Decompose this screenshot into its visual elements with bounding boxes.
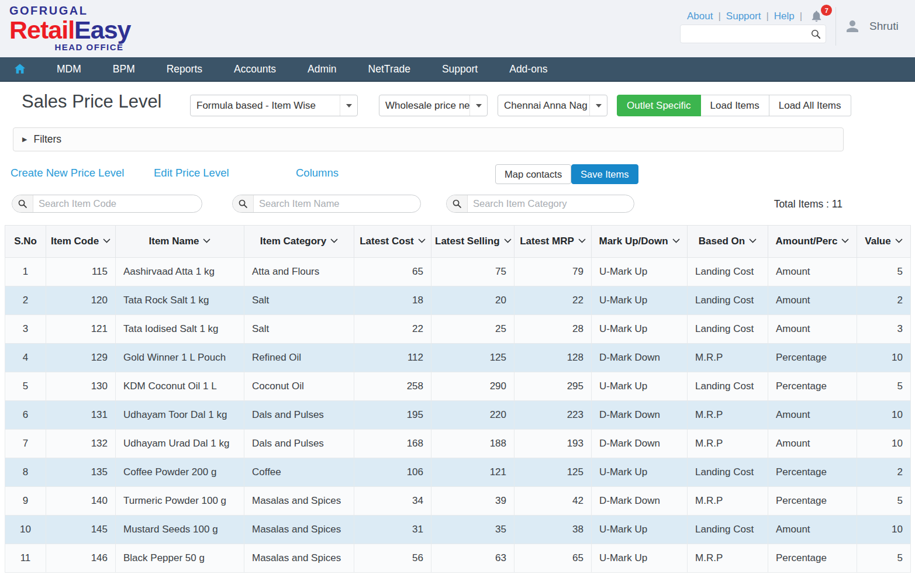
- cell-based-on[interactable]: Landing Cost: [688, 258, 768, 286]
- table-row[interactable]: 2120Tata Rock Salt 1 kgSalt182022U-Mark …: [5, 286, 911, 315]
- columns-link[interactable]: Columns: [296, 167, 339, 179]
- search-item-code-input[interactable]: [33, 195, 202, 212]
- cell-amount-perc[interactable]: Amount: [768, 401, 857, 430]
- table-row[interactable]: 11146Black Pepper 50 gMasalas and Spices…: [5, 544, 911, 573]
- cell-value[interactable]: 10: [857, 344, 911, 372]
- cell-mark-up-down[interactable]: U-Mark Up: [592, 286, 688, 315]
- cell-based-on[interactable]: M.R.P: [688, 544, 768, 573]
- table-row[interactable]: 9140Turmeric Powder 100 gMasalas and Spi…: [5, 487, 911, 516]
- cell-based-on[interactable]: Landing Cost: [688, 372, 768, 401]
- outlet-dropdown[interactable]: Chennai Anna Nag: [498, 95, 607, 116]
- nav-item-nettrade[interactable]: NetTrade: [353, 57, 426, 81]
- cell-based-on[interactable]: Landing Cost: [688, 286, 768, 315]
- cell-item-code: 130: [46, 372, 116, 401]
- column-header-value[interactable]: Value: [857, 226, 911, 258]
- column-header-latest-cost[interactable]: Latest Cost: [354, 226, 431, 258]
- cell-mark-up-down[interactable]: U-Mark Up: [592, 258, 688, 286]
- cell-value[interactable]: 5: [857, 544, 911, 573]
- nav-item-support[interactable]: Support: [426, 57, 493, 81]
- cell-value[interactable]: 10: [857, 516, 911, 544]
- cell-value[interactable]: 2: [857, 286, 911, 315]
- cell-mark-up-down[interactable]: D-Mark Down: [592, 344, 688, 372]
- nav-item-accounts[interactable]: Accounts: [218, 57, 292, 81]
- cell-based-on[interactable]: M.R.P: [688, 401, 768, 430]
- edit-price-level-link[interactable]: Edit Price Level: [154, 167, 229, 179]
- cell-amount-perc[interactable]: Amount: [768, 315, 857, 344]
- cell-mark-up-down[interactable]: U-Mark Up: [592, 315, 688, 344]
- column-header-amount-perc[interactable]: Amount/Perc: [768, 226, 857, 258]
- cell-mark-up-down[interactable]: D-Mark Down: [592, 487, 688, 516]
- price-level-dropdown[interactable]: Wholesale price new: [379, 95, 488, 116]
- cell-value[interactable]: 5: [857, 487, 911, 516]
- cell-mark-up-down[interactable]: U-Mark Up: [592, 458, 688, 487]
- cell-based-on[interactable]: Landing Cost: [688, 315, 768, 344]
- header-search-input[interactable]: [681, 29, 806, 39]
- table-row[interactable]: 4129Gold Winner 1 L PouchRefined Oil1121…: [5, 344, 911, 372]
- nav-item-bpm[interactable]: BPM: [97, 57, 151, 81]
- cell-value[interactable]: 10: [857, 430, 911, 458]
- cell-mark-up-down[interactable]: D-Mark Down: [592, 401, 688, 430]
- column-header-latest-mrp[interactable]: Latest MRP: [515, 226, 592, 258]
- load-all-items-button[interactable]: Load All Items: [769, 95, 851, 116]
- nav-item-admin[interactable]: Admin: [292, 57, 353, 81]
- cell-latest-cost: 31: [354, 516, 431, 544]
- column-header-mark-up-down[interactable]: Mark Up/Down: [592, 226, 688, 258]
- cell-based-on[interactable]: Landing Cost: [688, 458, 768, 487]
- search-item-name-input[interactable]: [254, 195, 420, 212]
- column-header-item-category[interactable]: Item Category: [244, 226, 354, 258]
- cell-amount-perc[interactable]: Percentage: [768, 458, 857, 487]
- table-row[interactable]: 1115Aashirvaad Atta 1 kgAtta and Flours6…: [5, 258, 911, 286]
- table-row[interactable]: 3121Tata Iodised Salt 1 kgSalt222528U-Ma…: [5, 315, 911, 344]
- cell-value[interactable]: 5: [857, 258, 911, 286]
- cell-amount-perc[interactable]: Amount: [768, 286, 857, 315]
- column-header-label: Latest Cost: [360, 236, 414, 247]
- header-link-support[interactable]: Support: [726, 11, 761, 22]
- nav-item-home[interactable]: [0, 57, 41, 81]
- nav-item-mdm[interactable]: MDM: [41, 57, 97, 81]
- header-link-about[interactable]: About: [687, 11, 713, 22]
- column-header-item-code[interactable]: Item Code: [46, 226, 116, 258]
- cell-based-on[interactable]: M.R.P: [688, 487, 768, 516]
- cell-mark-up-down[interactable]: U-Mark Up: [592, 544, 688, 573]
- cell-mark-up-down[interactable]: U-Mark Up: [592, 516, 688, 544]
- toolbar: Sales Price Level Formula based - Item W…: [0, 95, 915, 117]
- cell-mark-up-down[interactable]: D-Mark Down: [592, 430, 688, 458]
- search-item-category-input[interactable]: [468, 195, 634, 212]
- load-items-button[interactable]: Load Items: [701, 95, 769, 116]
- cell-mark-up-down[interactable]: U-Mark Up: [592, 372, 688, 401]
- cell-based-on[interactable]: Landing Cost: [688, 516, 768, 544]
- header-search-button[interactable]: [806, 29, 826, 40]
- price-formula-dropdown[interactable]: Formula based - Item Wise: [190, 95, 358, 116]
- cell-based-on[interactable]: M.R.P: [688, 430, 768, 458]
- cell-amount-perc[interactable]: Percentage: [768, 487, 857, 516]
- cell-amount-perc[interactable]: Percentage: [768, 372, 857, 401]
- cell-amount-perc[interactable]: Amount: [768, 516, 857, 544]
- cell-amount-perc[interactable]: Percentage: [768, 544, 857, 573]
- create-new-price-level-link[interactable]: Create New Price Level: [11, 167, 124, 179]
- header-link-help[interactable]: Help: [774, 11, 795, 22]
- column-header-based-on[interactable]: Based On: [688, 226, 768, 258]
- user-menu[interactable]: Shruti: [844, 18, 899, 35]
- nav-item-add-ons[interactable]: Add-ons: [493, 57, 563, 81]
- save-items-button[interactable]: Save Items: [571, 164, 638, 184]
- cell-amount-perc[interactable]: Amount: [768, 430, 857, 458]
- column-header-latest-selling[interactable]: Latest Selling: [431, 226, 515, 258]
- cell-value[interactable]: 10: [857, 401, 911, 430]
- cell-amount-perc[interactable]: Amount: [768, 258, 857, 286]
- filters-accordion[interactable]: ▶ Filters: [13, 127, 844, 151]
- cell-value[interactable]: 2: [857, 458, 911, 487]
- notification-bell[interactable]: 7: [810, 9, 825, 23]
- table-row[interactable]: 6131Udhayam Toor Dal 1 kgDals and Pulses…: [5, 401, 911, 430]
- column-header-item-name[interactable]: Item Name: [116, 226, 244, 258]
- cell-value[interactable]: 3: [857, 315, 911, 344]
- table-row[interactable]: 5130KDM Coconut Oil 1 LCoconut Oil258290…: [5, 372, 911, 401]
- outlet-specific-button[interactable]: Outlet Specific: [617, 95, 701, 116]
- cell-based-on[interactable]: M.R.P: [688, 344, 768, 372]
- table-row[interactable]: 10145Mustard Seeds 100 gMasalas and Spic…: [5, 516, 911, 544]
- table-row[interactable]: 8135Coffee Powder 200 gCoffee106121125U-…: [5, 458, 911, 487]
- map-contacts-button[interactable]: Map contacts: [495, 164, 571, 184]
- table-row[interactable]: 7132Udhayam Urad Dal 1 kgDals and Pulses…: [5, 430, 911, 458]
- cell-amount-perc[interactable]: Percentage: [768, 344, 857, 372]
- cell-value[interactable]: 5: [857, 372, 911, 401]
- nav-item-reports[interactable]: Reports: [151, 57, 218, 81]
